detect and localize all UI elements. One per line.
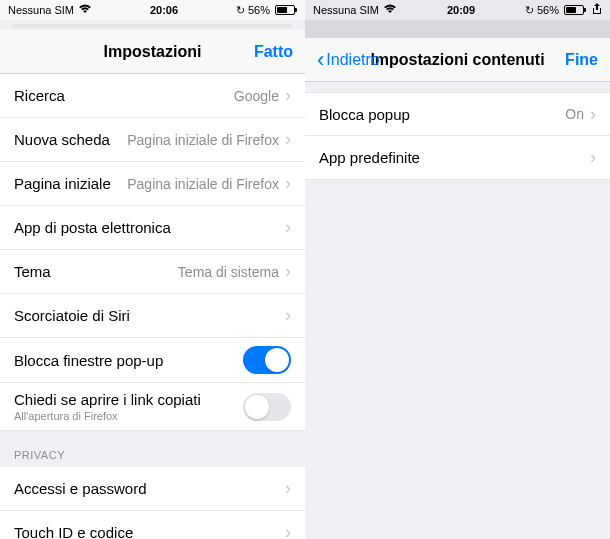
row-label: Chiedi se aprire i link copiati	[14, 391, 243, 408]
chevron-right-icon: ›	[285, 522, 291, 539]
status-bar: Nessuna SIM 20:06 ↻ 56%	[0, 0, 305, 20]
nav-bar: ‹ Indietro Impostazioni contenuti Fine	[305, 38, 610, 82]
row-label: Accessi e password	[14, 480, 285, 497]
done-button[interactable]: Fine	[565, 51, 598, 69]
row-ask-copied-links[interactable]: Chiedi se aprire i link copiati All'aper…	[0, 383, 305, 431]
row-theme[interactable]: Tema Tema di sistema ›	[0, 250, 305, 294]
row-sublabel: All'apertura di Firefox	[14, 410, 243, 422]
rotation-lock-icon: ↻	[525, 4, 534, 17]
status-bar: Nessuna SIM 20:09 ↻ 56%	[305, 0, 610, 20]
row-label: Pagina iniziale	[14, 175, 127, 192]
row-label: Scorciatoie di Siri	[14, 307, 285, 324]
row-value: Pagina iniziale di Firefox	[127, 132, 279, 148]
row-homepage[interactable]: Pagina iniziale Pagina iniziale di Firef…	[0, 162, 305, 206]
chevron-right-icon: ›	[285, 85, 291, 106]
row-label: Blocca popup	[319, 106, 565, 123]
row-label: Touch ID e codice	[14, 524, 285, 539]
row-label: App predefinite	[319, 149, 590, 166]
nav-bar: Impostazioni Fatto	[0, 30, 305, 74]
wifi-icon	[78, 4, 92, 16]
battery-percent: 56%	[248, 4, 270, 16]
toggle-block-popups[interactable]	[243, 346, 291, 374]
toggle-ask-links[interactable]	[243, 393, 291, 421]
chevron-right-icon: ›	[590, 104, 596, 125]
battery-icon	[273, 5, 297, 15]
row-new-tab[interactable]: Nuova scheda Pagina iniziale di Firefox …	[0, 118, 305, 162]
row-block-popups[interactable]: Blocca finestre pop-up	[0, 338, 305, 383]
row-value: Pagina iniziale di Firefox	[127, 176, 279, 192]
row-label: Ricerca	[14, 87, 234, 104]
row-value: Tema di sistema	[178, 264, 279, 280]
row-label: Tema	[14, 263, 178, 280]
row-mail-app[interactable]: App di posta elettronica ›	[0, 206, 305, 250]
share-icon	[592, 3, 602, 17]
back-button[interactable]: ‹ Indietro	[317, 47, 380, 73]
carrier-text: Nessuna SIM	[8, 4, 74, 16]
dimmed-background	[305, 20, 610, 38]
row-search[interactable]: Ricerca Google ›	[0, 74, 305, 118]
row-label: App di posta elettronica	[14, 219, 285, 236]
back-label: Indietro	[326, 51, 379, 69]
chevron-right-icon: ›	[285, 173, 291, 194]
wifi-icon	[383, 4, 397, 16]
carrier-text: Nessuna SIM	[313, 4, 379, 16]
chevron-right-icon: ›	[285, 305, 291, 326]
battery-percent: 56%	[537, 4, 559, 16]
row-value: Google	[234, 88, 279, 104]
row-value: On	[565, 106, 584, 122]
done-button[interactable]: Fatto	[254, 43, 293, 61]
row-block-popup[interactable]: Blocca popup On ›	[305, 92, 610, 136]
rotation-lock-icon: ↻	[236, 4, 245, 17]
left-screen: Nessuna SIM 20:06 ↻ 56% Impostazioni Fat…	[0, 0, 305, 539]
row-logins[interactable]: Accessi e password ›	[0, 467, 305, 511]
settings-list[interactable]: Ricerca Google › Nuova scheda Pagina ini…	[0, 74, 305, 539]
clock-text: 20:06	[150, 4, 178, 16]
chevron-right-icon: ›	[285, 478, 291, 499]
chevron-right-icon: ›	[285, 129, 291, 150]
row-label: Blocca finestre pop-up	[14, 352, 243, 369]
content-settings-list[interactable]: Blocca popup On › App predefinite ›	[305, 82, 610, 539]
chevron-right-icon: ›	[285, 217, 291, 238]
right-screen: Nessuna SIM 20:09 ↻ 56% ‹ Indietro Impos…	[305, 0, 610, 539]
row-siri-shortcuts[interactable]: Scorciatoie di Siri ›	[0, 294, 305, 338]
chevron-left-icon: ‹	[317, 47, 324, 73]
battery-icon	[562, 5, 586, 15]
section-header-privacy: PRIVACY	[0, 431, 305, 467]
chevron-right-icon: ›	[285, 261, 291, 282]
clock-text: 20:09	[447, 4, 475, 16]
row-touchid[interactable]: Touch ID e codice ›	[0, 511, 305, 539]
chevron-right-icon: ›	[590, 147, 596, 168]
row-default-apps[interactable]: App predefinite ›	[305, 136, 610, 180]
row-label: Nuova scheda	[14, 131, 127, 148]
